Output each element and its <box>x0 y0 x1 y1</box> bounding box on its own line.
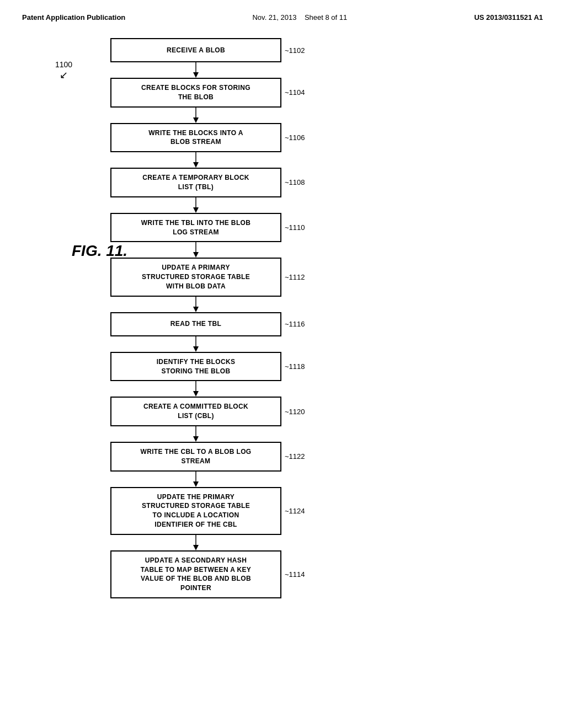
page-header: Patent Application Publication Nov. 21, … <box>0 0 565 27</box>
header-date: Nov. 21, 2013 <box>252 13 296 22</box>
label-1108: ~1108 <box>285 178 305 186</box>
arrow-1102-1104 <box>110 62 281 78</box>
arrow-1116-1118 <box>110 336 281 352</box>
label-1102: ~1102 <box>285 46 305 55</box>
box-1120: CREATE A COMMITTED BLOCKLIST (CBL) <box>110 397 281 426</box>
diagram-number: 1100 ↙ <box>55 60 72 81</box>
arrow-1110-1112 <box>110 242 281 258</box>
step-1102: RECEIVE A BLOB ~1102 <box>110 38 305 62</box>
box-1116: READ THE TBL <box>110 312 281 336</box>
step-1122: WRITE THE CBL TO A BLOB LOGSTREAM ~1122 <box>110 442 305 472</box>
step-1120: CREATE A COMMITTED BLOCKLIST (CBL) ~1120 <box>110 397 305 426</box>
svg-marker-15 <box>193 391 199 397</box>
arrow-1122-1124 <box>110 472 281 487</box>
svg-marker-21 <box>193 545 199 550</box>
svg-marker-7 <box>193 207 199 213</box>
header-left: Patent Application Publication <box>22 13 125 22</box>
label-1104: ~1104 <box>285 88 305 97</box>
box-1110: WRITE THE TBL INTO THE BLOBLOG STREAM <box>110 213 281 243</box>
label-1110: ~1110 <box>285 223 305 232</box>
step-1108: CREATE A TEMPORARY BLOCKLIST (TBL) ~1108 <box>110 168 305 197</box>
box-1102: RECEIVE A BLOB <box>110 38 281 62</box>
svg-marker-11 <box>193 307 199 312</box>
flowchart: RECEIVE A BLOB ~1102 CREATE BLOCKS FOR S… <box>110 38 565 598</box>
box-1114: UPDATE A SECONDARY HASHTABLE TO MAP BETW… <box>110 550 281 598</box>
diagram-arrow: ↙ <box>60 69 68 81</box>
arrow-1104-1106 <box>110 108 281 123</box>
box-1108: CREATE A TEMPORARY BLOCKLIST (TBL) <box>110 168 281 197</box>
label-1122: ~1122 <box>285 452 305 461</box>
header-right: US 2013/0311521 A1 <box>474 13 543 22</box>
box-1118: IDENTIFY THE BLOCKSSTORING THE BLOB <box>110 352 281 382</box>
fig-label: FIG. 11. <box>72 242 127 260</box>
step-1104: CREATE BLOCKS FOR STORINGTHE BLOB ~1104 <box>110 78 305 108</box>
box-1104: CREATE BLOCKS FOR STORINGTHE BLOB <box>110 78 281 108</box>
header-center: Nov. 21, 2013 Sheet 8 of 11 <box>252 13 347 22</box>
step-1118: IDENTIFY THE BLOCKSSTORING THE BLOB ~111… <box>110 352 305 382</box>
label-1124: ~1124 <box>285 507 305 515</box>
svg-marker-5 <box>193 162 199 168</box>
label-1120: ~1120 <box>285 408 305 416</box>
label-1112: ~1112 <box>285 273 305 281</box>
step-1106: WRITE THE BLOCKS INTO ABLOB STREAM ~1106 <box>110 123 305 153</box>
box-1106: WRITE THE BLOCKS INTO ABLOB STREAM <box>110 123 281 153</box>
label-1118: ~1118 <box>285 362 305 371</box>
arrow-1106-1108 <box>110 152 281 168</box>
svg-marker-3 <box>193 117 199 123</box>
arrow-1118-1120 <box>110 381 281 397</box>
arrow-1124-1114 <box>110 535 281 550</box>
box-1122: WRITE THE CBL TO A BLOB LOGSTREAM <box>110 442 281 472</box>
step-1116: READ THE TBL ~1116 <box>110 312 305 336</box>
label-1114: ~1114 <box>285 570 305 579</box>
step-1124: UPDATE THE PRIMARYSTRUCTURED STORAGE TAB… <box>110 487 305 535</box>
arrow-1120-1122 <box>110 426 281 442</box>
box-1112: UPDATE A PRIMARYSTRUCTURED STORAGE TABLE… <box>110 258 281 296</box>
label-1106: ~1106 <box>285 133 305 142</box>
diagram-area: 1100 ↙ FIG. 11. RECEIVE A BLOB ~1102 CRE… <box>0 27 565 620</box>
header-sheet: Sheet 8 of 11 <box>305 13 347 22</box>
label-1116: ~1116 <box>285 320 305 328</box>
step-1114: UPDATE A SECONDARY HASHTABLE TO MAP BETW… <box>110 550 305 598</box>
svg-marker-17 <box>193 436 199 442</box>
step-1112: UPDATE A PRIMARYSTRUCTURED STORAGE TABLE… <box>110 258 305 296</box>
arrow-1108-1110 <box>110 197 281 213</box>
svg-marker-9 <box>193 252 199 258</box>
svg-marker-19 <box>193 481 199 487</box>
arrow-1112-1116 <box>110 297 281 312</box>
svg-marker-13 <box>193 346 199 352</box>
svg-marker-1 <box>193 72 199 78</box>
step-1110: WRITE THE TBL INTO THE BLOBLOG STREAM ~1… <box>110 213 305 243</box>
box-1124: UPDATE THE PRIMARYSTRUCTURED STORAGE TAB… <box>110 487 281 535</box>
